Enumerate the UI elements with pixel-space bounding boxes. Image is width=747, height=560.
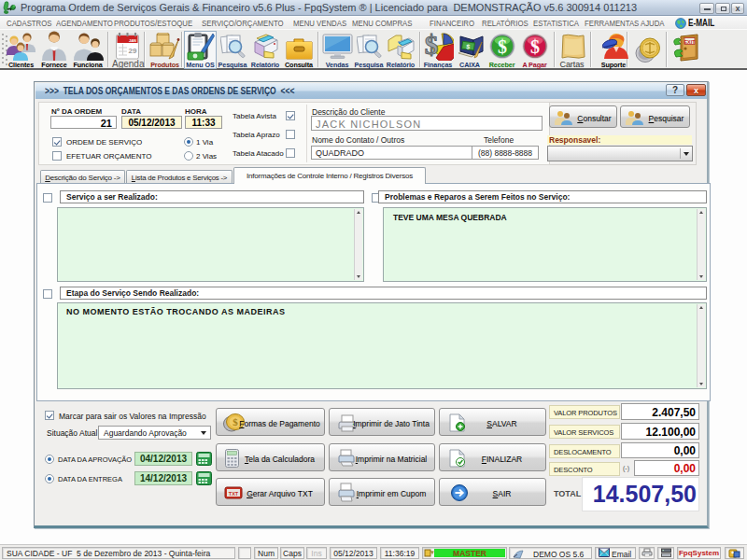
svg-text:EXIT: EXIT <box>684 39 696 45</box>
svg-text:$: $ <box>530 36 540 57</box>
svg-text:$: $ <box>233 416 238 427</box>
svg-text:29: 29 <box>129 47 137 55</box>
svg-text:TXT: TXT <box>229 491 239 497</box>
svg-text:$: $ <box>498 36 507 57</box>
svg-text:JAN: JAN <box>129 38 136 43</box>
svg-text:$: $ <box>425 32 439 60</box>
